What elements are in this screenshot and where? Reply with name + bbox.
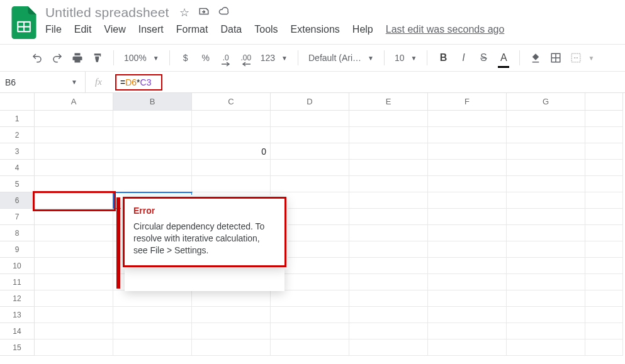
row-header-14[interactable]: 14 (0, 323, 35, 339)
cell-b2[interactable] (113, 127, 192, 143)
cell-g8[interactable] (507, 225, 585, 241)
cell-d3[interactable] (271, 143, 349, 160)
decrease-decimal-button[interactable]: .0 (220, 50, 232, 65)
cell-a3[interactable] (35, 143, 113, 160)
cell-d13[interactable] (271, 307, 349, 323)
font-size-select[interactable]: 10 ▼ (395, 53, 417, 63)
cell-g4[interactable] (507, 160, 585, 176)
move-icon[interactable] (198, 6, 210, 20)
cell-extra-14[interactable] (585, 323, 623, 339)
cell-f9[interactable] (428, 241, 507, 258)
cell-a11[interactable] (35, 274, 113, 290)
cell-extra-4[interactable] (585, 160, 623, 176)
cell-b1[interactable] (113, 111, 192, 127)
cell-g14[interactable] (507, 323, 585, 339)
cell-d4[interactable] (271, 160, 349, 176)
cell-f15[interactable] (428, 339, 507, 356)
format-currency-button[interactable]: $ (180, 50, 191, 65)
row-header-4[interactable]: 4 (0, 160, 35, 176)
borders-button[interactable] (550, 50, 561, 65)
undo-button[interactable] (31, 50, 43, 65)
menu-tools[interactable]: Tools (254, 24, 278, 35)
cell-c5[interactable] (192, 176, 271, 192)
cell-g1[interactable] (507, 111, 585, 127)
cell-f2[interactable] (428, 127, 507, 143)
cell-c2[interactable] (192, 127, 271, 143)
document-title[interactable]: Untitled spreadsheet (45, 5, 169, 20)
cell-e8[interactable] (349, 225, 428, 241)
fill-color-button[interactable] (530, 50, 541, 65)
cell-f13[interactable] (428, 307, 507, 323)
row-header-11[interactable]: 11 (0, 274, 35, 290)
cell-extra-13[interactable] (585, 307, 623, 323)
cell-f3[interactable] (428, 143, 507, 160)
more-formats-button[interactable]: 123 ▼ (261, 53, 288, 63)
row-header-6[interactable]: 6 (0, 192, 35, 209)
column-header-f[interactable]: F (428, 93, 507, 111)
row-header-5[interactable]: 5 (0, 176, 35, 192)
menu-edit[interactable]: Edit (74, 24, 92, 35)
column-header-g[interactable]: G (507, 93, 585, 111)
column-header-b[interactable]: B (113, 93, 192, 111)
cell-g13[interactable] (507, 307, 585, 323)
cell-d5[interactable] (271, 176, 349, 192)
cell-extra-11[interactable] (585, 274, 623, 290)
text-color-button[interactable]: A (498, 50, 509, 65)
column-header-d[interactable]: D (271, 93, 349, 111)
cell-d15[interactable] (271, 339, 349, 356)
paint-format-button[interactable] (92, 50, 103, 65)
row-header-13[interactable]: 13 (0, 307, 35, 323)
cell-g11[interactable] (507, 274, 585, 290)
cell-e14[interactable] (349, 323, 428, 339)
cell-f1[interactable] (428, 111, 507, 127)
cell-e4[interactable] (349, 160, 428, 176)
row-header-12[interactable]: 12 (0, 290, 35, 307)
row-header-10[interactable]: 10 (0, 258, 35, 274)
cell-extra-10[interactable] (585, 258, 623, 274)
cell-b3[interactable] (113, 143, 192, 160)
cell-d12[interactable] (271, 290, 349, 307)
cell-f8[interactable] (428, 225, 507, 241)
cell-extra-15[interactable] (585, 339, 623, 356)
cell-g7[interactable] (507, 209, 585, 225)
cell-g3[interactable] (507, 143, 585, 160)
cell-b5[interactable] (113, 176, 192, 192)
menu-format[interactable]: Format (176, 24, 208, 35)
cell-a4[interactable] (35, 160, 113, 176)
cell-a9[interactable] (35, 241, 113, 258)
cell-d2[interactable] (271, 127, 349, 143)
cell-f11[interactable] (428, 274, 507, 290)
cell-f14[interactable] (428, 323, 507, 339)
cell-g9[interactable] (507, 241, 585, 258)
cell-f5[interactable] (428, 176, 507, 192)
cell-f10[interactable] (428, 258, 507, 274)
cell-a5[interactable] (35, 176, 113, 192)
column-header-e[interactable]: E (349, 93, 428, 111)
cell-a15[interactable] (35, 339, 113, 356)
cell-extra-5[interactable] (585, 176, 623, 192)
cell-extra-6[interactable] (585, 192, 623, 209)
cell-f12[interactable] (428, 290, 507, 307)
cell-c4[interactable] (192, 160, 271, 176)
cell-g12[interactable] (507, 290, 585, 307)
row-header-3[interactable]: 3 (0, 143, 35, 160)
cell-c14[interactable] (192, 323, 271, 339)
cell-a13[interactable] (35, 307, 113, 323)
row-header-8[interactable]: 8 (0, 225, 35, 241)
cell-e11[interactable] (349, 274, 428, 290)
select-all-corner[interactable] (0, 93, 35, 111)
cell-d11[interactable] (271, 274, 349, 290)
cell-g15[interactable] (507, 339, 585, 356)
cell-a8[interactable] (35, 225, 113, 241)
cell-d14[interactable] (271, 323, 349, 339)
cell-b12[interactable] (113, 290, 192, 307)
cell-e2[interactable] (349, 127, 428, 143)
cell-f6[interactable] (428, 192, 507, 209)
name-box[interactable]: B6 ▼ (0, 77, 85, 87)
print-button[interactable] (72, 50, 83, 65)
cell-e10[interactable] (349, 258, 428, 274)
cell-extra-1[interactable] (585, 111, 623, 127)
cloud-status-icon[interactable] (218, 6, 230, 20)
cell-extra-3[interactable] (585, 143, 623, 160)
cell-g5[interactable] (507, 176, 585, 192)
